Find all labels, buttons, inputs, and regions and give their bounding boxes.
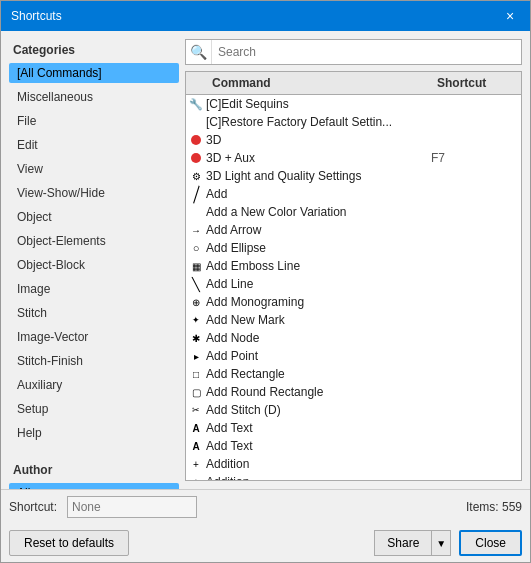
sidebar-item-image-vector[interactable]: Image-Vector: [9, 327, 179, 347]
row-icon: ▸: [186, 351, 206, 362]
reset-defaults-button[interactable]: Reset to defaults: [9, 530, 129, 556]
row-icon: A: [186, 423, 206, 434]
column-header-command: Command: [206, 75, 431, 91]
table-row[interactable]: ▸ Add Point: [186, 347, 521, 365]
sidebar-item-view[interactable]: View: [9, 159, 179, 179]
table-row[interactable]: A Add Text: [186, 437, 521, 455]
shortcut-label: Shortcut:: [9, 500, 57, 514]
share-button[interactable]: Share: [374, 530, 431, 556]
row-command: Addition: [206, 475, 431, 480]
sidebar-item-auxiliary[interactable]: Auxiliary: [9, 375, 179, 395]
row-icon: ╲: [186, 277, 206, 292]
share-dropdown-arrow[interactable]: ▼: [431, 530, 451, 556]
row-command: [C]Edit Sequins: [206, 97, 431, 111]
row-command: Add Point: [206, 349, 431, 363]
table-row[interactable]: ▦ Add Emboss Line: [186, 257, 521, 275]
table-row[interactable]: Add a New Color Variation: [186, 203, 521, 221]
table-row[interactable]: A Add Text: [186, 419, 521, 437]
sidebar-item-help[interactable]: Help: [9, 423, 179, 443]
row-icon: ▦: [186, 261, 206, 272]
sidebar-item-all-commands[interactable]: [All Commands]: [9, 63, 179, 83]
table-row[interactable]: ╲ Add: [186, 185, 521, 203]
author-label: Author: [9, 463, 179, 477]
footer: Reset to defaults Share ▼ Close: [1, 524, 530, 562]
search-icon: 🔍: [186, 40, 212, 64]
row-command: Add a New Color Variation: [206, 205, 431, 219]
row-icon: →: [186, 225, 206, 236]
row-command: Add Text: [206, 439, 431, 453]
row-icon: ○: [186, 242, 206, 254]
sidebar-item-edit[interactable]: Edit: [9, 135, 179, 155]
row-command: Add Emboss Line: [206, 259, 431, 273]
sidebar-item-setup[interactable]: Setup: [9, 399, 179, 419]
table-row[interactable]: ▢ Add Round Rectangle: [186, 383, 521, 401]
shortcuts-window: Shortcuts × Categories [All Commands] Mi…: [0, 0, 531, 563]
table-row[interactable]: ✂ Add Stitch (D): [186, 401, 521, 419]
table-row[interactable]: ○ Add Ellipse: [186, 239, 521, 257]
column-header-shortcut: Shortcut: [431, 75, 521, 91]
sidebar-item-file[interactable]: File: [9, 111, 179, 131]
main-area: Categories [All Commands] Miscellaneous …: [1, 31, 530, 489]
row-command: Add Text: [206, 421, 431, 435]
table-row[interactable]: 3D + Aux F7: [186, 149, 521, 167]
sidebar-item-object-block[interactable]: Object-Block: [9, 255, 179, 275]
title-bar-controls: ×: [500, 7, 520, 25]
row-icon: [186, 153, 206, 163]
table-row[interactable]: 🔧 [C]Edit Sequins: [186, 95, 521, 113]
sidebar-item-stitch-finish[interactable]: Stitch-Finish: [9, 351, 179, 371]
bottom-bar: Shortcut: Items: 559: [1, 489, 530, 524]
row-command: Add: [206, 187, 431, 201]
row-icon: ▢: [186, 387, 206, 398]
sidebar-item-object[interactable]: Object: [9, 207, 179, 227]
row-command: Add New Mark: [206, 313, 431, 327]
row-icon: □: [186, 369, 206, 380]
row-command: Add Monograming: [206, 295, 431, 309]
row-command: Add Arrow: [206, 223, 431, 237]
table-body[interactable]: 🔧 [C]Edit Sequins [C]Restore Factory Def…: [186, 95, 521, 480]
row-icon: A: [186, 441, 206, 452]
row-command: Add Ellipse: [206, 241, 431, 255]
window-title: Shortcuts: [11, 9, 62, 23]
title-bar: Shortcuts ×: [1, 1, 530, 31]
search-input[interactable]: [212, 40, 521, 64]
search-bar: 🔍: [185, 39, 522, 65]
row-icon: ✦: [186, 315, 206, 325]
table-row[interactable]: ✦ Add New Mark: [186, 311, 521, 329]
close-button[interactable]: ×: [500, 7, 520, 25]
row-icon: ⊕: [186, 297, 206, 308]
commands-table: Command Shortcut 🔧 [C]Edit Sequins: [185, 71, 522, 481]
left-panel: Categories [All Commands] Miscellaneous …: [9, 39, 179, 481]
sidebar-item-miscellaneous[interactable]: Miscellaneous: [9, 87, 179, 107]
sidebar-item-object-elements[interactable]: Object-Elements: [9, 231, 179, 251]
table-row[interactable]: [C]Restore Factory Default Settin...: [186, 113, 521, 131]
items-count: Items: 559: [205, 500, 522, 514]
table-row[interactable]: ✱ Add Node: [186, 329, 521, 347]
row-icon: +: [186, 477, 206, 481]
sidebar-item-stitch[interactable]: Stitch: [9, 303, 179, 323]
categories-label: Categories: [9, 43, 179, 57]
row-command: Addition: [206, 457, 431, 471]
row-icon: ✱: [186, 333, 206, 344]
row-icon: ⚙: [186, 171, 206, 182]
table-row[interactable]: 3D: [186, 131, 521, 149]
table-row[interactable]: + Addition: [186, 455, 521, 473]
row-command: Add Stitch (D): [206, 403, 431, 417]
sidebar-item-view-show-hide[interactable]: View-Show/Hide: [9, 183, 179, 203]
row-icon: ✂: [186, 405, 206, 415]
sidebar-item-image[interactable]: Image: [9, 279, 179, 299]
row-command: 3D Light and Quality Settings: [206, 169, 431, 183]
row-command: 3D: [206, 133, 431, 147]
close-dialog-button[interactable]: Close: [459, 530, 522, 556]
row-command: [C]Restore Factory Default Settin...: [206, 115, 431, 129]
table-row[interactable]: □ Add Rectangle: [186, 365, 521, 383]
row-icon: [186, 135, 206, 145]
table-row[interactable]: ⊕ Add Monograming: [186, 293, 521, 311]
row-shortcut: F7: [431, 151, 521, 165]
table-row[interactable]: ⚙ 3D Light and Quality Settings: [186, 167, 521, 185]
table-row[interactable]: + Addition: [186, 473, 521, 480]
window-content: Categories [All Commands] Miscellaneous …: [1, 31, 530, 562]
shortcut-field[interactable]: [67, 496, 197, 518]
row-command: Add Node: [206, 331, 431, 345]
table-row[interactable]: → Add Arrow: [186, 221, 521, 239]
table-row[interactable]: ╲ Add Line: [186, 275, 521, 293]
